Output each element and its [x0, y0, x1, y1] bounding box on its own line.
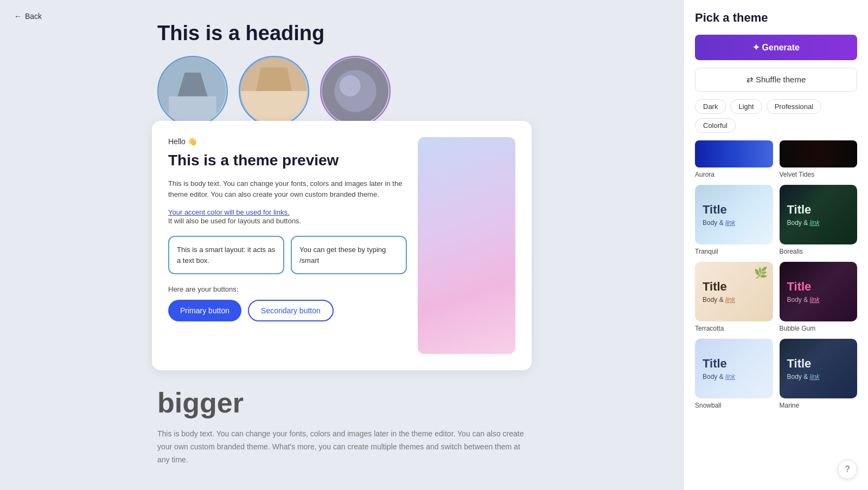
theme-card-snowball: Title Body & link [695, 339, 773, 398]
theme-item-aurora[interactable]: Aurora [695, 140, 773, 178]
bigger-body: This is body text. You can change your f… [157, 428, 526, 466]
primary-button[interactable]: Primary button [168, 300, 241, 321]
smart-box-2: You can get these by typing /smart [291, 236, 407, 274]
circle-image-2 [239, 56, 309, 126]
theme-preview-card: Hello 👋 This is a theme preview This is … [152, 121, 532, 370]
theme-item-terracotta[interactable]: 🌿 Title Body & link Terracotta [695, 262, 773, 332]
bubble-gum-card-body: Body & link [787, 296, 820, 304]
theme-name-snowball: Snowball [695, 402, 773, 409]
card-left: Hello 👋 This is a theme preview This is … [168, 137, 407, 354]
marine-card-link: link [810, 373, 820, 381]
theme-card-terracotta: 🌿 Title Body & link [695, 262, 773, 321]
bigger-section: bigger This is body text. You can change… [152, 370, 532, 466]
theme-preview-title: This is a theme preview [168, 151, 407, 170]
help-icon: ? [845, 465, 850, 474]
generate-button[interactable]: ✦ Generate [695, 35, 857, 60]
tranquil-card-title: Title [703, 203, 727, 217]
circles-row [152, 56, 532, 126]
main-heading: This is a heading [152, 22, 532, 45]
theme-item-bubble-gum[interactable]: Title Body & link Bubble Gum [780, 262, 858, 332]
theme-item-snowball[interactable]: Title Body & link Snowball [695, 339, 773, 409]
theme-item-marine[interactable]: Title Body & link Marine [780, 339, 858, 409]
filter-professional[interactable]: Professional [767, 99, 822, 114]
theme-name-velvet-tides: Velvet Tides [780, 171, 858, 178]
theme-name-terracotta: Terracotta [695, 325, 773, 332]
theme-card-velvet-tides [780, 140, 858, 167]
borealis-card-link: link [810, 219, 820, 227]
snowball-card-link: link [725, 373, 735, 381]
snowball-card-title: Title [703, 357, 727, 371]
terracotta-card-title: Title [703, 280, 727, 294]
filter-tabs: Dark Light Professional Colorful [695, 99, 857, 133]
filter-colorful[interactable]: Colorful [695, 118, 736, 133]
theme-item-velvet-tides[interactable]: Velvet Tides [780, 140, 858, 178]
theme-item-tranquil[interactable]: Title Body & link Tranquil [695, 185, 773, 255]
right-sidebar: Pick a theme ✦ Generate ⇄ Shuffle theme … [684, 0, 868, 490]
shuffle-button[interactable]: ⇄ Shuffle theme [695, 68, 857, 92]
theme-card-aurora [695, 140, 773, 167]
theme-name-marine: Marine [780, 402, 858, 409]
theme-name-tranquil: Tranquil [695, 248, 773, 255]
help-button[interactable]: ? [838, 460, 857, 479]
main-area: ← Back This is a heading [0, 0, 684, 490]
bubble-gum-card-title: Title [787, 280, 812, 294]
preview-scroll: This is a heading [0, 0, 684, 490]
filter-light[interactable]: Light [730, 99, 762, 114]
sidebar-title: Pick a theme [695, 11, 857, 25]
accent-link[interactable]: Your accent color will be used for links… [168, 208, 290, 216]
terracotta-card-body: Body & link [703, 296, 735, 304]
leaf-decoration-icon: 🌿 [754, 266, 768, 279]
circle-image-1 [157, 56, 228, 126]
theme-card-bubble-gum: Title Body & link [780, 262, 858, 321]
terracotta-card-link: link [725, 296, 735, 304]
back-button[interactable]: ← Back [9, 9, 47, 24]
back-label: Back [25, 12, 42, 21]
body-text-1: This is body text. You can change your f… [168, 178, 407, 201]
tranquil-card-link: link [725, 219, 735, 227]
svg-marker-6 [256, 67, 292, 93]
theme-card-marine: Title Body & link [780, 339, 858, 398]
hello-line: Hello 👋 [168, 137, 407, 146]
borealis-card-body: Body & link [787, 219, 820, 227]
smart-box-1: This is a smart layout: it acts as a tex… [168, 236, 284, 274]
heading-section: This is a heading [152, 11, 532, 126]
theme-name-aurora: Aurora [695, 171, 773, 178]
marine-card-title: Title [787, 357, 812, 371]
theme-grid: Aurora Velvet Tides Title Body & link Tr… [695, 140, 857, 409]
circle-image-3 [320, 56, 391, 126]
filter-dark[interactable]: Dark [695, 99, 726, 114]
borealis-card-title: Title [787, 203, 812, 217]
secondary-button[interactable]: Secondary button [248, 300, 334, 321]
bubble-gum-card-link: link [810, 296, 820, 304]
theme-card-borealis: Title Body & link [780, 185, 858, 244]
svg-rect-7 [240, 91, 308, 125]
layout-hint: It will also be used for layouts and but… [168, 217, 407, 225]
bigger-title: bigger [157, 386, 526, 419]
smart-boxes: This is a smart layout: it acts as a tex… [168, 236, 407, 274]
svg-point-11 [340, 75, 361, 96]
back-arrow-icon: ← [14, 12, 22, 21]
snowball-card-body: Body & link [703, 373, 735, 381]
button-row: Primary button Secondary button [168, 300, 407, 321]
card-right-gradient [418, 137, 515, 354]
theme-name-bubble-gum: Bubble Gum [780, 325, 858, 332]
marine-card-body: Body & link [787, 373, 820, 381]
buttons-label: Here are your buttons: [168, 285, 407, 293]
theme-card-tranquil: Title Body & link [695, 185, 773, 244]
theme-name-borealis: Borealis [780, 248, 858, 255]
tranquil-card-body: Body & link [703, 219, 735, 227]
theme-item-borealis[interactable]: Title Body & link Borealis [780, 185, 858, 255]
